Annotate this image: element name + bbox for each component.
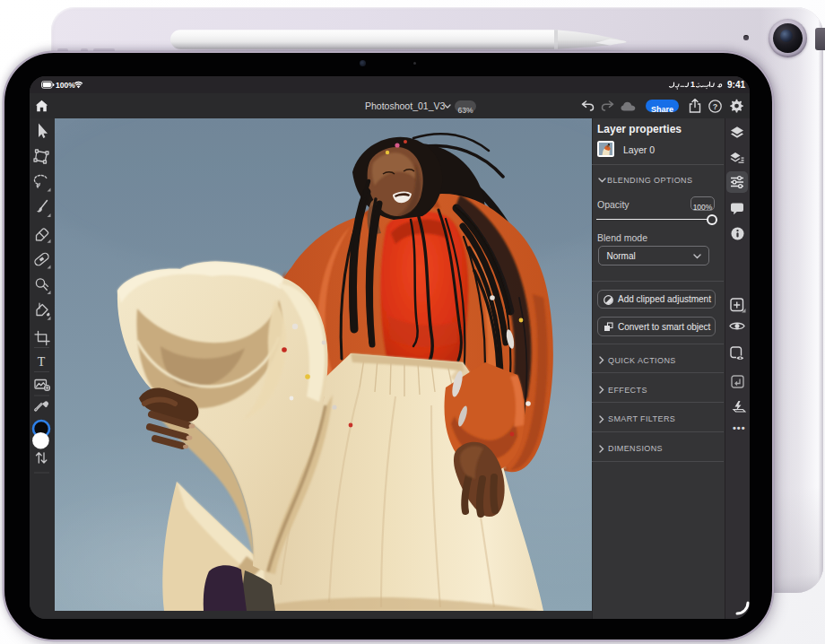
- svg-text:?: ?: [713, 101, 718, 110]
- svg-text:T: T: [38, 355, 46, 369]
- svg-text:9:41: 9:41: [727, 80, 745, 90]
- svg-text:1: 1: [690, 80, 695, 89]
